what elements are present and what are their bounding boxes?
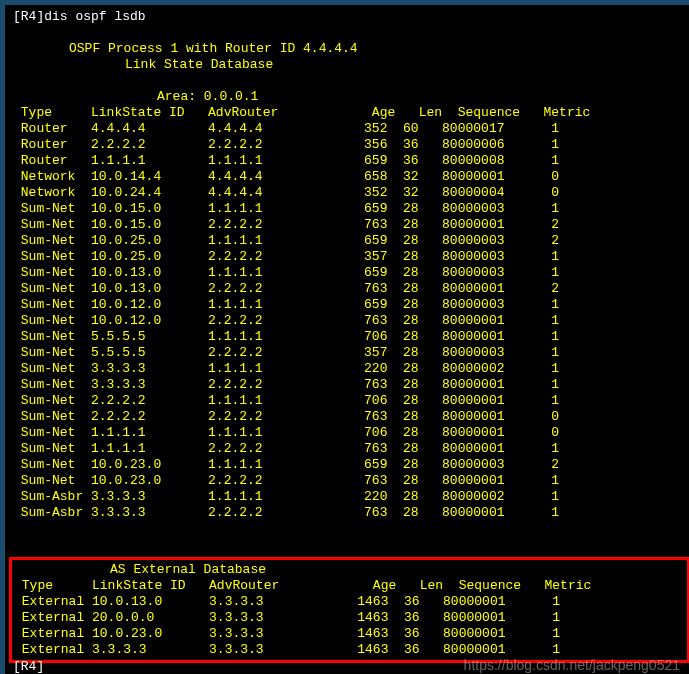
external-db-highlight: AS External Database Type LinkState ID A…: [9, 557, 689, 663]
external-db-header: AS External Database: [110, 562, 685, 578]
lsdb-row: Sum-Net 10.0.12.0 1.1.1.1 659 28 8000000…: [13, 297, 686, 313]
lsdb-row: Sum-Net 2.2.2.2 2.2.2.2 763 28 80000001 …: [13, 409, 686, 425]
lsdb-row: Sum-Asbr 3.3.3.3 2.2.2.2 763 28 80000001…: [13, 505, 686, 521]
terminal-window[interactable]: [R4]dis ospf lsdb OSPF Process 1 with Ro…: [5, 5, 689, 674]
lsdb-row: Sum-Net 10.0.23.0 2.2.2.2 763 28 8000000…: [13, 473, 686, 489]
watermark: https://blog.csdn.net/jackpeng0521: [464, 657, 680, 673]
external-row: External 10.0.23.0 3.3.3.3 1463 36 80000…: [14, 626, 685, 642]
external-table: External 10.0.13.0 3.3.3.3 1463 36 80000…: [14, 594, 685, 658]
external-row: External 20.0.0.0 3.3.3.3 1463 36 800000…: [14, 610, 685, 626]
lsdb-row: Sum-Net 10.0.23.0 1.1.1.1 659 28 8000000…: [13, 457, 686, 473]
lsdb-row: Sum-Net 5.5.5.5 1.1.1.1 706 28 80000001 …: [13, 329, 686, 345]
lsdb-row: Sum-Net 1.1.1.1 2.2.2.2 763 28 80000001 …: [13, 441, 686, 457]
lsdb-row: Sum-Net 3.3.3.3 2.2.2.2 763 28 80000001 …: [13, 377, 686, 393]
lsdb-row: Sum-Net 10.0.15.0 1.1.1.1 659 28 8000000…: [13, 201, 686, 217]
lsdb-row: Network 10.0.14.4 4.4.4.4 658 32 8000000…: [13, 169, 686, 185]
lsdb-row: Sum-Net 10.0.13.0 2.2.2.2 763 28 8000000…: [13, 281, 686, 297]
lsdb-table: Router 4.4.4.4 4.4.4.4 352 60 80000017 1…: [13, 121, 686, 521]
lsdb-row: Router 1.1.1.1 1.1.1.1 659 36 80000008 1: [13, 153, 686, 169]
lsdb-row: Router 4.4.4.4 4.4.4.4 352 60 80000017 1: [13, 121, 686, 137]
lsdb-row: Sum-Net 10.0.13.0 1.1.1.1 659 28 8000000…: [13, 265, 686, 281]
lsdb-row: Router 2.2.2.2 2.2.2.2 356 36 80000006 1: [13, 137, 686, 153]
command-line: [R4]dis ospf lsdb: [13, 9, 686, 25]
lsdb-row: Network 10.0.24.4 4.4.4.4 352 32 8000000…: [13, 185, 686, 201]
lsdb-row: Sum-Net 2.2.2.2 1.1.1.1 706 28 80000001 …: [13, 393, 686, 409]
lsdb-row: Sum-Asbr 3.3.3.3 1.1.1.1 220 28 80000002…: [13, 489, 686, 505]
lsdb-row: Sum-Net 1.1.1.1 1.1.1.1 706 28 80000001 …: [13, 425, 686, 441]
area-label: Area: 0.0.0.1: [157, 89, 686, 105]
lsdb-row: Sum-Net 10.0.25.0 2.2.2.2 357 28 8000000…: [13, 249, 686, 265]
lsdb-row: Sum-Net 10.0.15.0 2.2.2.2 763 28 8000000…: [13, 217, 686, 233]
ospf-header: OSPF Process 1 with Router ID 4.4.4.4: [69, 41, 686, 57]
end-prompt: [R4]: [13, 659, 44, 674]
external-row: External 3.3.3.3 3.3.3.3 1463 36 8000000…: [14, 642, 685, 658]
lsdb-row: Sum-Net 3.3.3.3 1.1.1.1 220 28 80000002 …: [13, 361, 686, 377]
external-header-row: Type LinkState ID AdvRouter Age Len Sequ…: [14, 578, 685, 594]
command-text: dis ospf lsdb: [44, 9, 145, 24]
lsdb-header: Link State Database: [125, 57, 686, 73]
prompt: [R4]: [13, 9, 44, 24]
lsdb-row: Sum-Net 10.0.12.0 2.2.2.2 763 28 8000000…: [13, 313, 686, 329]
lsdb-row: Sum-Net 5.5.5.5 2.2.2.2 357 28 80000003 …: [13, 345, 686, 361]
lsdb-row: Sum-Net 10.0.25.0 1.1.1.1 659 28 8000000…: [13, 233, 686, 249]
external-row: External 10.0.13.0 3.3.3.3 1463 36 80000…: [14, 594, 685, 610]
lsdb-header-row: Type LinkState ID AdvRouter Age Len Sequ…: [13, 105, 686, 121]
